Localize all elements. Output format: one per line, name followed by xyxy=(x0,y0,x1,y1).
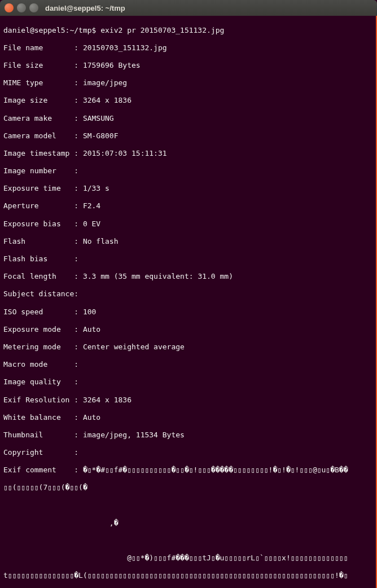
field-value: Center weighted average xyxy=(83,343,185,351)
minimize-icon[interactable] xyxy=(17,3,26,12)
terminal-window: daniel@seppel5: ~/tmp daniel@seppel5:~/t… xyxy=(0,0,377,588)
field-value: image/jpeg xyxy=(83,78,127,87)
field-label: ISO speed : xyxy=(3,308,83,316)
field-value: F2.4 xyxy=(83,201,100,210)
titlebar[interactable]: daniel@seppel5: ~/tmp xyxy=(0,0,377,16)
field-label: Image number : xyxy=(3,166,83,175)
field-label: Focal length : xyxy=(3,272,83,280)
close-icon[interactable] xyxy=(5,3,14,12)
field-value: SAMSUNG xyxy=(83,114,114,122)
field-label: Subject distance: xyxy=(3,289,83,298)
binary-output: �▯*�#▯▯f#�▯▯▯▯▯▯▯▯▯▯�▯▯�▯!▯▯▯�����▯▯▯▯▯▯… xyxy=(83,466,348,474)
binary-output: t▯▯▯▯▯▯▯▯▯▯▯▯▯▯▯�L(▯▯▯▯▯▯▯▯▯▯▯▯▯▯▯▯▯▯▯▯▯… xyxy=(3,571,372,580)
field-label: Exposure time : xyxy=(3,184,83,192)
command-text: exiv2 pr 20150703_151132.jpg xyxy=(100,26,224,34)
field-label: Camera make : xyxy=(3,114,83,122)
field-value: 3264 x 1836 xyxy=(83,396,131,404)
field-value: 20150703_151132.jpg xyxy=(83,43,167,52)
field-label: File size : xyxy=(3,61,83,69)
field-label: Thumbnail : xyxy=(3,431,83,439)
field-label: Flash bias : xyxy=(3,254,83,263)
field-value: 3.3 mm (35 mm equivalent: 31.0 mm) xyxy=(83,272,233,280)
field-value: 2015:07:03 15:11:31 xyxy=(83,149,167,157)
binary-output: ,� xyxy=(3,519,372,528)
field-value: Auto xyxy=(83,325,100,334)
field-label: White balance : xyxy=(3,413,83,422)
field-label: Flash : xyxy=(3,237,83,245)
binary-output xyxy=(3,536,372,545)
field-value: No flash xyxy=(83,237,119,245)
field-label: Exposure mode : xyxy=(3,325,83,334)
field-value: SM-G800F xyxy=(83,131,119,140)
field-label: File name : xyxy=(3,43,83,52)
field-value: 3264 x 1836 xyxy=(83,96,131,104)
field-label: Camera model : xyxy=(3,131,83,140)
field-label: Exif Resolution : xyxy=(3,396,83,404)
field-label: Aperture : xyxy=(3,201,83,210)
maximize-icon[interactable] xyxy=(29,3,38,12)
field-label: Metering mode : xyxy=(3,343,83,351)
field-label: Macro mode : xyxy=(3,360,83,368)
field-label: Image timestamp : xyxy=(3,149,83,157)
field-value: 100 xyxy=(83,308,96,316)
shell-prompt: daniel@seppel5:~/tmp$ xyxy=(3,26,100,34)
field-value: 1759696 Bytes xyxy=(83,61,141,69)
field-label: Image quality : xyxy=(3,378,83,386)
field-label: MIME type : xyxy=(3,78,83,87)
field-value: 0 EV xyxy=(83,220,100,228)
field-label: Exposure bias : xyxy=(3,220,83,228)
binary-output: ▯▯(▯▯▯▯▯(7▯▯▯(�▯▯(� xyxy=(3,483,372,492)
field-label: Exif comment : xyxy=(3,466,83,474)
field-value: Auto xyxy=(83,413,100,422)
field-label: Image size : xyxy=(3,96,83,104)
binary-output: @▯▯*�)▯▯▯f#���▯▯▯tJ▯�u▯▯▯▯▯rL▯`▯▯▯▯x!▯▯▯… xyxy=(3,554,372,563)
window-controls xyxy=(5,3,38,12)
field-label: Copyright : xyxy=(3,448,83,457)
terminal-content[interactable]: daniel@seppel5:~/tmp$ exiv2 pr 20150703_… xyxy=(0,16,377,588)
binary-output xyxy=(3,501,372,510)
window-title: daniel@seppel5: ~/tmp xyxy=(45,4,125,12)
field-value: image/jpeg, 11534 Bytes xyxy=(83,431,185,439)
field-value: 1/33 s xyxy=(83,184,109,192)
